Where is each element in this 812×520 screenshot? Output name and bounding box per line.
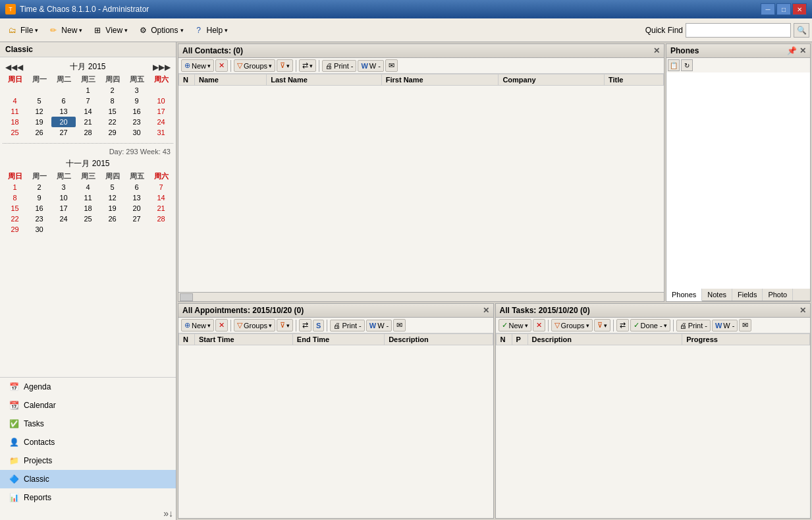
table-row[interactable]: [51, 85, 76, 96]
table-row[interactable]: 14: [76, 106, 100, 117]
table-row[interactable]: 15: [3, 203, 27, 214]
tasks-print-button[interactable]: 🖨 Print -: [676, 320, 711, 332]
table-row[interactable]: 30: [124, 127, 149, 138]
appointments-new-button[interactable]: ⊕ New ▾: [181, 319, 214, 332]
appointments-panel-close-button[interactable]: ✕: [483, 306, 489, 315]
table-row[interactable]: 24: [51, 214, 76, 224]
contacts-print-button[interactable]: 🖨 Print -: [322, 60, 356, 72]
contacts-horiz-scrollbar[interactable]: [178, 292, 664, 301]
table-row[interactable]: 14: [149, 192, 173, 203]
table-row[interactable]: 8: [100, 96, 124, 106]
table-row[interactable]: 5: [27, 96, 51, 106]
tasks-word-button[interactable]: W W -: [712, 320, 738, 332]
contacts-new-button[interactable]: ⊕ New ▾: [181, 59, 214, 72]
table-row[interactable]: [149, 224, 173, 235]
expand-down-icon[interactable]: ↓: [169, 508, 173, 519]
table-row[interactable]: 25: [3, 127, 27, 138]
appointments-word-button[interactable]: W W -: [366, 320, 392, 332]
table-row[interactable]: 1: [76, 85, 100, 96]
table-row[interactable]: 9: [124, 96, 149, 106]
table-row[interactable]: 6: [51, 96, 76, 106]
menu-help[interactable]: ? Help ▾: [189, 22, 232, 38]
table-row[interactable]: 2: [100, 85, 124, 96]
tab-notes[interactable]: Notes: [702, 289, 732, 301]
tasks-filter-button[interactable]: ⊽ ▾: [594, 319, 610, 332]
table-row[interactable]: 11: [76, 192, 100, 203]
table-row[interactable]: [149, 85, 173, 96]
cal-next-button[interactable]: ▶: [153, 63, 159, 72]
table-row[interactable]: [51, 224, 76, 235]
table-row[interactable]: 24: [149, 117, 173, 127]
table-row[interactable]: 13: [124, 192, 149, 203]
table-row[interactable]: 29: [100, 127, 124, 138]
table-row[interactable]: 27: [124, 214, 149, 224]
table-row[interactable]: 3: [124, 85, 149, 96]
table-row[interactable]: 23: [124, 117, 149, 127]
table-row[interactable]: 27: [51, 127, 76, 138]
table-row[interactable]: 7: [76, 96, 100, 106]
contacts-groups-button[interactable]: ▽ Groups ▾: [234, 59, 275, 72]
maximize-button[interactable]: □: [776, 3, 791, 15]
tasks-email-button[interactable]: ✉: [739, 319, 751, 332]
appointments-print-button[interactable]: 🖨 Print -: [330, 320, 364, 332]
table-row[interactable]: 19: [100, 203, 124, 214]
tasks-delete-button[interactable]: ✕: [533, 319, 545, 332]
menu-view[interactable]: ⊞ View ▾: [88, 22, 132, 38]
sidebar-item-calendar[interactable]: 📆 Calendar: [0, 396, 176, 415]
appointments-groups-button[interactable]: ▽ Groups ▾: [234, 319, 275, 332]
table-row[interactable]: 23: [27, 214, 51, 224]
close-button[interactable]: ✕: [792, 3, 807, 15]
table-row[interactable]: 21: [76, 117, 100, 127]
tasks-sync-button[interactable]: ⇄: [616, 319, 629, 332]
tab-fields[interactable]: Fields: [732, 289, 763, 301]
appointments-filter-button[interactable]: ⊽ ▾: [277, 319, 293, 332]
appointments-s-button[interactable]: S: [313, 320, 324, 332]
phones-panel-close-button[interactable]: ✕: [799, 46, 806, 55]
table-row[interactable]: [76, 224, 100, 235]
table-row[interactable]: 10: [51, 192, 76, 203]
table-row[interactable]: 11: [3, 106, 27, 117]
tasks-done-button[interactable]: ✓ Done - ▾: [630, 319, 670, 332]
contacts-panel-close-button[interactable]: ✕: [653, 46, 660, 55]
contacts-delete-button[interactable]: ✕: [215, 59, 228, 72]
cal-next-next-button[interactable]: ▶▶: [159, 63, 171, 72]
appointments-delete-button[interactable]: ✕: [215, 319, 228, 332]
table-row[interactable]: 12: [100, 192, 124, 203]
table-row[interactable]: 30: [27, 224, 51, 235]
table-row[interactable]: 19: [27, 117, 51, 127]
sidebar-item-tasks[interactable]: ✅ Tasks: [0, 415, 176, 433]
table-row[interactable]: [27, 85, 51, 96]
table-row[interactable]: 3: [51, 182, 76, 192]
tasks-groups-button[interactable]: ▽ Groups ▾: [551, 319, 593, 332]
table-row[interactable]: 17: [149, 106, 173, 117]
table-row[interactable]: 16: [27, 203, 51, 214]
cal-prev-button[interactable]: ◀: [17, 63, 23, 72]
table-row[interactable]: 22: [3, 214, 27, 224]
table-row[interactable]: 25: [76, 214, 100, 224]
expand-right-icon[interactable]: »: [163, 508, 169, 519]
sidebar-item-contacts[interactable]: 👤 Contacts: [0, 433, 176, 451]
sidebar-item-agenda[interactable]: 📅 Agenda: [0, 378, 176, 396]
table-row[interactable]: 18: [3, 117, 27, 127]
table-row[interactable]: 21: [149, 203, 173, 214]
contacts-filter-button[interactable]: ⊽ ▾: [277, 59, 293, 72]
phones-copy-button[interactable]: 📋: [668, 59, 680, 71]
table-row[interactable]: 18: [76, 203, 100, 214]
table-row-today[interactable]: 20: [51, 117, 76, 127]
sidebar-item-reports[interactable]: 📊 Reports: [0, 488, 176, 507]
table-row[interactable]: 26: [27, 127, 51, 138]
tasks-new-button[interactable]: ✓ New ▾: [499, 319, 531, 332]
table-row[interactable]: 20: [124, 203, 149, 214]
table-row[interactable]: 15: [100, 106, 124, 117]
appointments-email-button[interactable]: ✉: [393, 319, 406, 332]
table-row[interactable]: [3, 85, 27, 96]
contacts-email-button[interactable]: ✉: [385, 59, 398, 72]
table-row[interactable]: 31: [149, 127, 173, 138]
quick-find-button[interactable]: 🔍: [794, 23, 809, 38]
menu-options[interactable]: ⚙ Options ▾: [133, 22, 187, 38]
table-row[interactable]: 17: [51, 203, 76, 214]
table-row[interactable]: 26: [100, 214, 124, 224]
cal-prev-prev-button[interactable]: ◀◀: [5, 63, 17, 72]
menu-new[interactable]: ✏ New ▾: [43, 22, 86, 38]
table-row[interactable]: 6: [124, 182, 149, 192]
